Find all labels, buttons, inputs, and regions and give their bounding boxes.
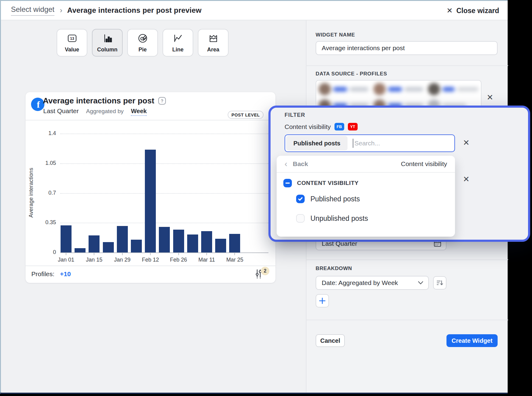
option-label: Unpublished posts <box>310 214 368 223</box>
cancel-button[interactable]: Cancel <box>316 334 345 347</box>
close-wizard-button[interactable]: ✕ Close wizard <box>446 1 499 20</box>
x-axis-tickmark <box>94 252 94 255</box>
preview-column: 13 Value Column <box>1 20 306 393</box>
y-axis-tick-label: 0 <box>29 249 56 255</box>
filter-popup: FILTER Content visibility FB YT Publishe… <box>268 106 530 242</box>
widget-name-input[interactable]: Average interactions per post <box>316 41 498 55</box>
pie-chart-icon <box>137 33 148 44</box>
y-axis-tick-label: 1.4 <box>29 130 56 137</box>
value-icon: 13 <box>67 33 78 44</box>
create-widget-button[interactable]: Create Widget <box>446 334 498 347</box>
widget-type-label: Line <box>172 47 184 53</box>
filter-field-label: Content visibility <box>285 123 331 130</box>
add-breakdown-button[interactable] <box>316 294 329 307</box>
widget-type-pie[interactable]: Pie <box>127 29 158 57</box>
filter-search-input[interactable]: Published posts Search... <box>285 134 455 152</box>
x-axis-line <box>60 252 268 253</box>
clear-filter-icon[interactable]: ✕ <box>463 139 470 147</box>
close-icon: ✕ <box>446 6 453 15</box>
indeterminate-checkbox[interactable] <box>283 179 292 187</box>
bar <box>145 150 156 252</box>
bar <box>89 235 100 252</box>
wizard-header: Select widget › Average interactions per… <box>1 1 508 20</box>
chart-area: Average interactions 00.350.71.051.4Jan … <box>26 92 275 283</box>
widget-name-value: Average interactions per post <box>322 44 405 52</box>
widget-type-area[interactable]: Area <box>198 29 229 57</box>
x-axis-tickmark <box>122 252 123 255</box>
panel-header: ‹ Back Content visibility <box>277 156 455 172</box>
gridline <box>60 163 268 164</box>
section-divider <box>306 259 508 260</box>
bar <box>201 231 212 252</box>
bar <box>229 234 240 252</box>
back-chevron-icon: ‹ <box>285 159 287 169</box>
area-chart-icon <box>208 33 219 44</box>
option-unpublished-posts[interactable]: Unpublished posts <box>296 214 368 223</box>
y-axis-tick-label: 1.05 <box>29 160 56 166</box>
bar <box>131 240 142 252</box>
widget-type-column[interactable]: Column <box>92 29 123 57</box>
profiles-more-link[interactable]: +10 <box>60 270 71 278</box>
panel-divider <box>277 172 455 173</box>
facebook-network-badge: FB <box>334 123 344 130</box>
text-cursor <box>353 139 353 148</box>
bar <box>215 239 226 252</box>
bar <box>117 226 128 252</box>
selected-filter-chip[interactable]: Published posts <box>286 136 348 151</box>
widget-type-line[interactable]: Line <box>163 29 193 57</box>
widget-name-label: WIDGET NAME <box>316 32 355 38</box>
breakdown-value: Date: Aggregated by Week <box>322 279 398 287</box>
chevron-down-icon <box>418 281 423 285</box>
data-source-label: DATA SOURCE - PROFILES <box>316 71 387 77</box>
widget-type-label: Column <box>97 47 117 53</box>
widget-type-label: Area <box>207 47 219 53</box>
card-footer: Profiles: +10 2 <box>26 266 275 283</box>
youtube-network-badge: YT <box>348 123 358 130</box>
widget-type-value[interactable]: 13 Value <box>57 29 87 57</box>
x-axis-tick-label: Jan 15 <box>80 257 108 263</box>
x-axis-tick-label: Jan 01 <box>52 257 80 263</box>
breadcrumb-select-widget[interactable]: Select widget <box>11 5 54 16</box>
breakdown-sort-button[interactable] <box>433 276 446 290</box>
filter-field-row: Content visibility FB YT <box>285 123 358 130</box>
breakdown-label: BREAKDOWN <box>316 266 352 272</box>
screenshot-stage: Select widget › Average interactions per… <box>0 0 532 396</box>
remove-filter-icon[interactable]: ✕ <box>463 175 470 183</box>
y-axis-tick-label: 0.7 <box>29 190 56 196</box>
x-axis-tickmark <box>206 252 207 255</box>
plus-icon <box>319 297 326 304</box>
section-divider <box>306 65 508 66</box>
back-button[interactable]: Back <box>293 160 308 168</box>
sort-descending-icon <box>436 279 444 287</box>
bar <box>173 230 184 252</box>
content-visibility-group[interactable]: CONTENT VISIBILITY <box>283 179 359 187</box>
widget-type-label: Value <box>65 47 79 53</box>
checked-checkbox[interactable] <box>296 195 305 203</box>
filters-count-badge: 2 <box>261 267 269 275</box>
remove-data-source-icon[interactable]: ✕ <box>487 93 493 101</box>
line-chart-icon <box>173 33 184 44</box>
x-axis-tick-label: Feb 26 <box>165 257 192 263</box>
panel-title: Content visibility <box>401 160 447 168</box>
svg-text:13: 13 <box>70 36 74 41</box>
close-wizard-label: Close wizard <box>456 7 499 15</box>
option-published-posts[interactable]: Published posts <box>296 195 360 203</box>
bar <box>187 234 198 252</box>
gridline <box>60 193 268 194</box>
unchecked-checkbox[interactable] <box>296 214 305 223</box>
widget-type-label: Pie <box>138 47 147 53</box>
breakdown-select[interactable]: Date: Aggregated by Week <box>316 276 429 290</box>
x-axis-tick-label: Mar 11 <box>193 257 220 263</box>
chart-filters-button[interactable]: 2 <box>255 268 269 281</box>
gridline <box>60 134 268 134</box>
x-axis-tickmark <box>178 252 179 255</box>
y-axis-tick-label: 0.35 <box>29 219 56 226</box>
filter-options-panel: ‹ Back Content visibility CONTENT VISIBI… <box>277 156 455 237</box>
bar <box>103 242 114 252</box>
breadcrumb-chevron-icon: › <box>60 6 62 15</box>
widget-type-selector: 13 Value Column <box>57 29 229 57</box>
profiles-label: Profiles: <box>31 270 54 278</box>
bar <box>75 248 86 252</box>
chart-preview-card: f Average interactions per post ? Last Q… <box>26 92 275 283</box>
page-title: Average interactions per post preview <box>67 6 201 15</box>
